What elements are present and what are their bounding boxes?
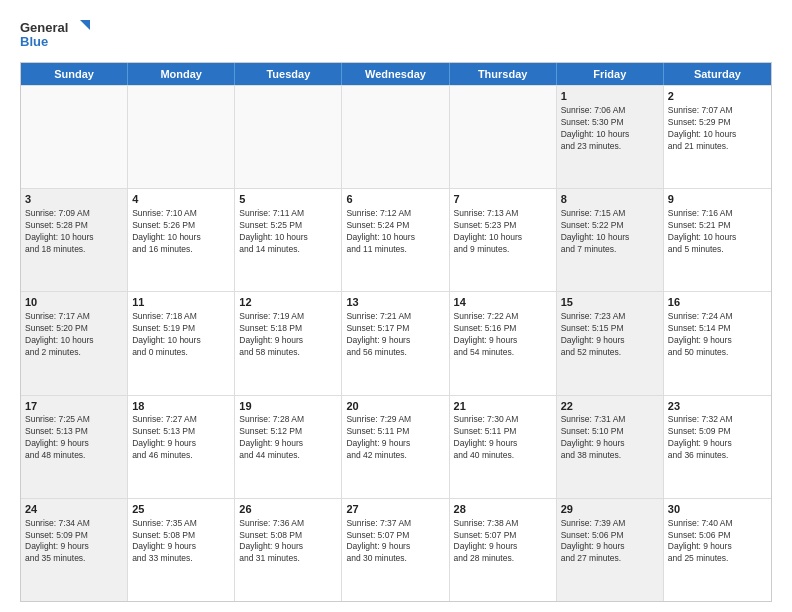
day-cell-6: 6Sunrise: 7:12 AM Sunset: 5:24 PM Daylig… bbox=[342, 189, 449, 291]
day-number: 16 bbox=[668, 295, 767, 310]
day-info: Sunrise: 7:13 AM Sunset: 5:23 PM Dayligh… bbox=[454, 208, 552, 256]
day-info: Sunrise: 7:35 AM Sunset: 5:08 PM Dayligh… bbox=[132, 518, 230, 566]
day-info: Sunrise: 7:21 AM Sunset: 5:17 PM Dayligh… bbox=[346, 311, 444, 359]
empty-cell-0-1 bbox=[128, 86, 235, 188]
calendar-row-2: 10Sunrise: 7:17 AM Sunset: 5:20 PM Dayli… bbox=[21, 291, 771, 394]
day-info: Sunrise: 7:30 AM Sunset: 5:11 PM Dayligh… bbox=[454, 414, 552, 462]
weekday-header-sunday: Sunday bbox=[21, 63, 128, 85]
day-cell-27: 27Sunrise: 7:37 AM Sunset: 5:07 PM Dayli… bbox=[342, 499, 449, 601]
day-cell-26: 26Sunrise: 7:36 AM Sunset: 5:08 PM Dayli… bbox=[235, 499, 342, 601]
day-number: 6 bbox=[346, 192, 444, 207]
day-info: Sunrise: 7:23 AM Sunset: 5:15 PM Dayligh… bbox=[561, 311, 659, 359]
day-number: 18 bbox=[132, 399, 230, 414]
day-info: Sunrise: 7:12 AM Sunset: 5:24 PM Dayligh… bbox=[346, 208, 444, 256]
calendar: SundayMondayTuesdayWednesdayThursdayFrid… bbox=[20, 62, 772, 602]
day-number: 15 bbox=[561, 295, 659, 310]
day-number: 12 bbox=[239, 295, 337, 310]
day-cell-12: 12Sunrise: 7:19 AM Sunset: 5:18 PM Dayli… bbox=[235, 292, 342, 394]
calendar-row-4: 24Sunrise: 7:34 AM Sunset: 5:09 PM Dayli… bbox=[21, 498, 771, 601]
day-cell-5: 5Sunrise: 7:11 AM Sunset: 5:25 PM Daylig… bbox=[235, 189, 342, 291]
calendar-body: 1Sunrise: 7:06 AM Sunset: 5:30 PM Daylig… bbox=[21, 85, 771, 601]
day-info: Sunrise: 7:17 AM Sunset: 5:20 PM Dayligh… bbox=[25, 311, 123, 359]
day-info: Sunrise: 7:40 AM Sunset: 5:06 PM Dayligh… bbox=[668, 518, 767, 566]
day-info: Sunrise: 7:36 AM Sunset: 5:08 PM Dayligh… bbox=[239, 518, 337, 566]
day-number: 28 bbox=[454, 502, 552, 517]
day-info: Sunrise: 7:38 AM Sunset: 5:07 PM Dayligh… bbox=[454, 518, 552, 566]
day-cell-4: 4Sunrise: 7:10 AM Sunset: 5:26 PM Daylig… bbox=[128, 189, 235, 291]
day-cell-24: 24Sunrise: 7:34 AM Sunset: 5:09 PM Dayli… bbox=[21, 499, 128, 601]
day-info: Sunrise: 7:19 AM Sunset: 5:18 PM Dayligh… bbox=[239, 311, 337, 359]
day-info: Sunrise: 7:10 AM Sunset: 5:26 PM Dayligh… bbox=[132, 208, 230, 256]
weekday-header-wednesday: Wednesday bbox=[342, 63, 449, 85]
day-number: 20 bbox=[346, 399, 444, 414]
day-info: Sunrise: 7:29 AM Sunset: 5:11 PM Dayligh… bbox=[346, 414, 444, 462]
day-cell-28: 28Sunrise: 7:38 AM Sunset: 5:07 PM Dayli… bbox=[450, 499, 557, 601]
day-cell-7: 7Sunrise: 7:13 AM Sunset: 5:23 PM Daylig… bbox=[450, 189, 557, 291]
day-cell-10: 10Sunrise: 7:17 AM Sunset: 5:20 PM Dayli… bbox=[21, 292, 128, 394]
empty-cell-0-0 bbox=[21, 86, 128, 188]
weekday-header-friday: Friday bbox=[557, 63, 664, 85]
day-number: 11 bbox=[132, 295, 230, 310]
day-number: 22 bbox=[561, 399, 659, 414]
day-number: 17 bbox=[25, 399, 123, 414]
day-cell-16: 16Sunrise: 7:24 AM Sunset: 5:14 PM Dayli… bbox=[664, 292, 771, 394]
day-info: Sunrise: 7:31 AM Sunset: 5:10 PM Dayligh… bbox=[561, 414, 659, 462]
day-cell-11: 11Sunrise: 7:18 AM Sunset: 5:19 PM Dayli… bbox=[128, 292, 235, 394]
day-info: Sunrise: 7:22 AM Sunset: 5:16 PM Dayligh… bbox=[454, 311, 552, 359]
day-number: 7 bbox=[454, 192, 552, 207]
empty-cell-0-3 bbox=[342, 86, 449, 188]
day-number: 30 bbox=[668, 502, 767, 517]
day-cell-30: 30Sunrise: 7:40 AM Sunset: 5:06 PM Dayli… bbox=[664, 499, 771, 601]
day-cell-25: 25Sunrise: 7:35 AM Sunset: 5:08 PM Dayli… bbox=[128, 499, 235, 601]
day-info: Sunrise: 7:24 AM Sunset: 5:14 PM Dayligh… bbox=[668, 311, 767, 359]
day-cell-17: 17Sunrise: 7:25 AM Sunset: 5:13 PM Dayli… bbox=[21, 396, 128, 498]
day-info: Sunrise: 7:11 AM Sunset: 5:25 PM Dayligh… bbox=[239, 208, 337, 256]
day-info: Sunrise: 7:28 AM Sunset: 5:12 PM Dayligh… bbox=[239, 414, 337, 462]
day-cell-19: 19Sunrise: 7:28 AM Sunset: 5:12 PM Dayli… bbox=[235, 396, 342, 498]
day-number: 5 bbox=[239, 192, 337, 207]
day-info: Sunrise: 7:15 AM Sunset: 5:22 PM Dayligh… bbox=[561, 208, 659, 256]
svg-marker-2 bbox=[80, 20, 90, 30]
calendar-row-0: 1Sunrise: 7:06 AM Sunset: 5:30 PM Daylig… bbox=[21, 85, 771, 188]
weekday-header-thursday: Thursday bbox=[450, 63, 557, 85]
weekday-header-monday: Monday bbox=[128, 63, 235, 85]
day-number: 3 bbox=[25, 192, 123, 207]
weekday-header-saturday: Saturday bbox=[664, 63, 771, 85]
day-number: 8 bbox=[561, 192, 659, 207]
day-number: 14 bbox=[454, 295, 552, 310]
empty-cell-0-2 bbox=[235, 86, 342, 188]
day-info: Sunrise: 7:06 AM Sunset: 5:30 PM Dayligh… bbox=[561, 105, 659, 153]
day-cell-18: 18Sunrise: 7:27 AM Sunset: 5:13 PM Dayli… bbox=[128, 396, 235, 498]
day-number: 26 bbox=[239, 502, 337, 517]
day-number: 10 bbox=[25, 295, 123, 310]
day-info: Sunrise: 7:32 AM Sunset: 5:09 PM Dayligh… bbox=[668, 414, 767, 462]
day-cell-9: 9Sunrise: 7:16 AM Sunset: 5:21 PM Daylig… bbox=[664, 189, 771, 291]
svg-text:Blue: Blue bbox=[20, 34, 48, 49]
calendar-header: SundayMondayTuesdayWednesdayThursdayFrid… bbox=[21, 63, 771, 85]
day-cell-13: 13Sunrise: 7:21 AM Sunset: 5:17 PM Dayli… bbox=[342, 292, 449, 394]
day-info: Sunrise: 7:25 AM Sunset: 5:13 PM Dayligh… bbox=[25, 414, 123, 462]
day-cell-20: 20Sunrise: 7:29 AM Sunset: 5:11 PM Dayli… bbox=[342, 396, 449, 498]
day-number: 2 bbox=[668, 89, 767, 104]
day-cell-3: 3Sunrise: 7:09 AM Sunset: 5:28 PM Daylig… bbox=[21, 189, 128, 291]
day-number: 29 bbox=[561, 502, 659, 517]
day-cell-1: 1Sunrise: 7:06 AM Sunset: 5:30 PM Daylig… bbox=[557, 86, 664, 188]
logo: General Blue bbox=[20, 16, 90, 52]
day-number: 24 bbox=[25, 502, 123, 517]
day-cell-2: 2Sunrise: 7:07 AM Sunset: 5:29 PM Daylig… bbox=[664, 86, 771, 188]
day-cell-22: 22Sunrise: 7:31 AM Sunset: 5:10 PM Dayli… bbox=[557, 396, 664, 498]
day-info: Sunrise: 7:39 AM Sunset: 5:06 PM Dayligh… bbox=[561, 518, 659, 566]
day-number: 21 bbox=[454, 399, 552, 414]
day-cell-15: 15Sunrise: 7:23 AM Sunset: 5:15 PM Dayli… bbox=[557, 292, 664, 394]
day-number: 23 bbox=[668, 399, 767, 414]
day-number: 4 bbox=[132, 192, 230, 207]
day-cell-21: 21Sunrise: 7:30 AM Sunset: 5:11 PM Dayli… bbox=[450, 396, 557, 498]
day-cell-14: 14Sunrise: 7:22 AM Sunset: 5:16 PM Dayli… bbox=[450, 292, 557, 394]
day-info: Sunrise: 7:16 AM Sunset: 5:21 PM Dayligh… bbox=[668, 208, 767, 256]
day-number: 13 bbox=[346, 295, 444, 310]
day-info: Sunrise: 7:27 AM Sunset: 5:13 PM Dayligh… bbox=[132, 414, 230, 462]
day-number: 19 bbox=[239, 399, 337, 414]
day-cell-23: 23Sunrise: 7:32 AM Sunset: 5:09 PM Dayli… bbox=[664, 396, 771, 498]
svg-text:General: General bbox=[20, 20, 68, 35]
weekday-header-tuesday: Tuesday bbox=[235, 63, 342, 85]
